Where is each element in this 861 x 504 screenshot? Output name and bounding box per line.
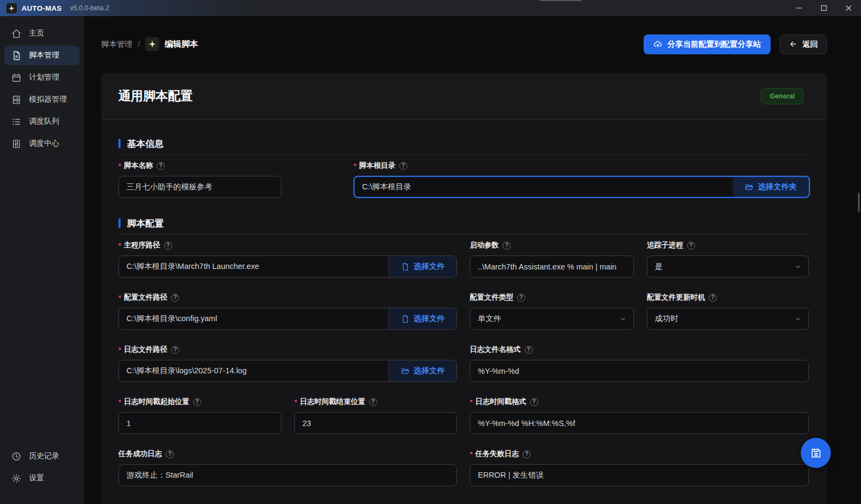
dispatch-icon [11,139,22,149]
field-log-path: *日志文件路径 选择文件 [118,345,457,382]
file-icon [401,262,410,271]
config-card-header: 通用脚本配置 General [101,73,827,120]
help-icon[interactable] [369,398,377,406]
select-file-button[interactable]: 选择文件 [389,308,456,329]
log-ts-start-input[interactable] [118,412,281,434]
field-log-ts-end: *日志时间戳结束位置 [294,397,457,434]
config-type-select[interactable]: 单文件 [470,308,634,330]
folder-open-icon [745,183,753,191]
section-divider [118,154,810,155]
help-icon[interactable] [171,294,179,302]
task-fail-log-input[interactable] [470,464,809,486]
sidebar-item-home[interactable]: 主页 [4,24,80,43]
select-file-button[interactable]: 选择文件 [389,360,456,381]
help-icon[interactable] [193,398,201,406]
main-content: 脚本管理 / 编辑脚本 分享当前配置到配置分享站 返回 通用 [84,16,861,504]
config-path-input-group: 选择文件 [118,308,457,330]
field-launch-args: 启动参数 [470,241,634,278]
help-icon[interactable] [523,450,531,458]
help-icon[interactable] [709,294,717,302]
help-icon[interactable] [166,450,174,458]
script-name-input[interactable] [118,176,281,198]
titlebar: AUTO-MAS v5.0.0-beta.2 [0,0,861,16]
chevron-down-icon [619,315,627,323]
config-path-input[interactable] [119,308,389,329]
sidebar-item-settings[interactable]: 设置 [4,468,80,488]
settings-icon [11,473,22,484]
history-icon [11,451,22,462]
sidebar-item-label: 模拟器管理 [29,95,67,104]
help-icon[interactable] [525,346,533,354]
field-track-subprocess: 追踪子进程 是 [647,241,809,278]
field-config-type: 配置文件类型 单文件 [470,293,634,330]
section-divider [118,234,810,235]
log-name-format-input[interactable] [470,360,809,382]
help-icon[interactable] [530,398,538,406]
chevron-down-icon [794,315,802,323]
field-log-ts-start: *日志时间戳起始位置 [118,397,281,434]
save-icon [810,447,822,459]
scrollbar-thumb[interactable] [858,193,860,212]
script-root-input[interactable] [355,177,733,197]
help-icon[interactable] [503,242,511,250]
sidebar-item-emulators[interactable]: 模拟器管理 [4,90,80,109]
log-path-input[interactable] [119,360,389,381]
select-file-button[interactable]: 选择文件 [389,256,456,277]
sidebar-item-history[interactable]: 历史记录 [4,446,80,466]
log-ts-format-input[interactable] [470,412,809,434]
field-log-name-format: 日志文件名格式 [470,345,809,382]
arrow-left-icon [789,40,798,48]
help-icon[interactable] [687,242,695,250]
sidebar-main-nav: 主页 脚本管理 计划管理 模拟器管理 [0,24,84,153]
task-success-log-input[interactable] [118,464,457,486]
help-icon[interactable] [399,162,407,170]
main-program-input[interactable] [119,256,389,277]
select-folder-button[interactable]: 选择文件夹 [733,177,809,197]
save-button[interactable] [801,438,831,468]
close-button[interactable] [836,0,861,16]
sidebar-item-label: 调度中心 [29,139,59,148]
log-ts-end-input[interactable] [294,412,457,434]
emulator-icon [11,95,22,105]
help-icon[interactable] [157,162,165,170]
field-script-root: *脚本根目录 选择文件夹 [354,161,810,198]
sidebar: 主页 脚本管理 计划管理 模拟器管理 [0,16,84,504]
config-card: 通用脚本配置 General 基本信息 *脚本名称 *脚本根目录 [101,73,827,504]
field-task-fail-log: *任务失败日志 [470,450,809,486]
help-icon[interactable] [164,242,172,250]
folder-open-icon [401,367,410,375]
maximize-button[interactable] [811,0,836,16]
field-main-program: *主程序路径 选择文件 [118,241,457,278]
config-update-timing-select[interactable]: 成功时 [647,308,809,330]
sidebar-item-scripts[interactable]: 脚本管理 [4,46,80,65]
app-version: v5.0.0-beta.2 [70,4,109,12]
breadcrumb: 脚本管理 / 编辑脚本 [101,37,198,51]
section-basic-info: 基本信息 [118,138,810,150]
sidebar-bottom-nav: 历史记录 设置 [0,446,84,488]
minimize-button[interactable] [787,0,811,16]
field-log-ts-format: *日志时间戳格式 [470,397,809,434]
section-accent-bar [118,218,121,228]
back-button[interactable]: 返回 [780,34,827,54]
cloud-upload-icon [653,40,662,49]
share-config-button[interactable]: 分享当前配置到配置分享站 [644,34,771,54]
calendar-icon [11,73,22,83]
section-accent-bar [118,139,121,148]
breadcrumb-parent-link[interactable]: 脚本管理 [101,39,132,49]
help-icon[interactable] [517,294,525,302]
track-subprocess-select[interactable]: 是 [647,255,809,278]
sidebar-item-label: 脚本管理 [29,51,59,60]
main-program-input-group: 选择文件 [118,255,457,278]
app-name: AUTO-MAS [22,4,62,12]
help-icon[interactable] [171,346,179,354]
script-badge-icon [145,37,159,51]
field-config-path: *配置文件路径 选择文件 [118,293,457,330]
launch-args-input[interactable] [470,255,634,278]
sidebar-item-label: 主页 [29,29,44,38]
field-script-name: *脚本名称 [118,161,281,198]
sidebar-item-plans[interactable]: 计划管理 [4,68,80,87]
script-icon [11,51,22,61]
sidebar-item-queue[interactable]: 调度队列 [4,112,80,131]
sidebar-item-dispatch[interactable]: 调度中心 [4,134,80,153]
page-header: 脚本管理 / 编辑脚本 分享当前配置到配置分享站 返回 [101,32,827,56]
